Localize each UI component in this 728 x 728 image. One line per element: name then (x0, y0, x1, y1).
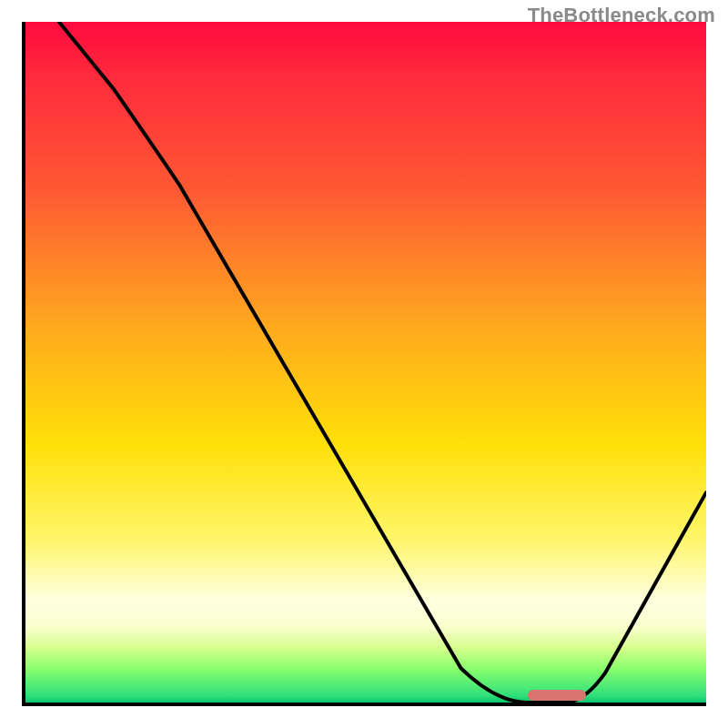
plot-area (22, 22, 706, 706)
curve-path (59, 22, 706, 703)
chart-container: TheBottleneck.com (0, 0, 728, 728)
bottleneck-curve (25, 22, 706, 703)
optimal-marker (528, 690, 586, 701)
